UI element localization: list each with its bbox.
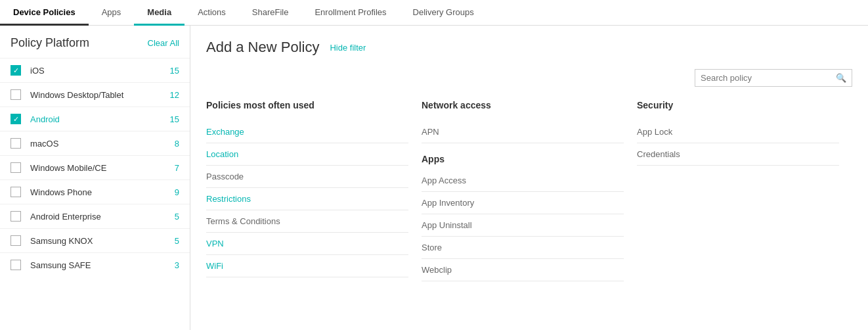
policy-column-0: Policies most often usedExchangeLocation… — [206, 100, 422, 281]
nav-item-apps[interactable]: Apps — [89, 0, 135, 26]
policy-link[interactable]: Webclip — [422, 259, 624, 281]
page-title: Add a New Policy — [206, 39, 319, 56]
clear-all-button[interactable]: Clear All — [148, 38, 179, 48]
platform-count: 15 — [170, 114, 179, 124]
policy-link[interactable]: App Access — [422, 170, 624, 192]
policy-link[interactable]: Credentials — [637, 143, 839, 166]
search-icon[interactable]: 🔍 — [831, 70, 852, 86]
policy-link[interactable]: Restrictions — [206, 188, 408, 210]
platform-count: 5 — [175, 212, 179, 222]
search-container: 🔍 — [206, 69, 852, 87]
policy-link[interactable]: Terms & Conditions — [206, 210, 408, 233]
policy-link[interactable]: APN — [422, 121, 624, 143]
platform-count: 15 — [170, 66, 179, 76]
platform-checkbox[interactable] — [11, 187, 21, 197]
sub-header: Apps — [422, 143, 624, 170]
sidebar-title: Policy Platform — [11, 36, 89, 50]
platform-name: Android — [30, 114, 170, 124]
platform-item[interactable]: Samsung SAFE3 — [0, 252, 190, 277]
platform-checkbox[interactable] — [11, 260, 21, 270]
policy-link[interactable]: App Uninstall — [422, 214, 624, 237]
platform-name: macOS — [30, 139, 175, 149]
platform-count: 5 — [175, 236, 179, 246]
platform-name: Windows Phone — [30, 187, 175, 197]
policy-link[interactable]: WiFi — [206, 255, 408, 277]
platform-count: 7 — [175, 163, 179, 173]
sidebar: Policy Platform Clear All iOS15Windows D… — [0, 26, 190, 330]
platform-item[interactable]: macOS8 — [0, 131, 190, 155]
platform-name: Windows Mobile/CE — [30, 163, 175, 173]
hide-filter-button[interactable]: Hide filter — [330, 43, 366, 53]
nav-item-media[interactable]: Media — [134, 0, 184, 26]
policy-link[interactable]: App Lock — [637, 121, 839, 143]
platform-name: Windows Desktop/Tablet — [30, 90, 170, 100]
platform-item[interactable]: Windows Phone9 — [0, 179, 190, 204]
column-header: Network access — [422, 100, 624, 118]
nav-item-sharefile[interactable]: ShareFile — [239, 0, 302, 26]
platform-checkbox[interactable] — [11, 211, 21, 222]
platform-item[interactable]: Samsung KNOX5 — [0, 228, 190, 252]
platform-name: Android Enterprise — [30, 212, 175, 222]
top-nav: Device PoliciesAppsMediaActionsShareFile… — [0, 0, 868, 26]
policy-column-1: Network accessAPNAppsApp AccessApp Inven… — [422, 100, 637, 281]
policy-column-2: SecurityApp LockCredentials — [637, 100, 852, 281]
platform-checkbox[interactable] — [11, 235, 21, 246]
platform-item[interactable]: Android Enterprise5 — [0, 204, 190, 228]
policy-link[interactable]: Store — [422, 237, 624, 259]
column-header: Policies most often used — [206, 100, 408, 118]
platform-checkbox[interactable] — [11, 65, 21, 76]
platform-count: 9 — [175, 187, 179, 197]
main-content: Add a New Policy Hide filter 🔍 Policies … — [190, 26, 868, 330]
column-header: Security — [637, 100, 839, 118]
platform-checkbox[interactable] — [11, 114, 21, 124]
platform-item[interactable]: Android15 — [0, 106, 190, 131]
platform-count: 8 — [175, 139, 179, 149]
platform-name: iOS — [30, 66, 170, 76]
policy-link[interactable]: App Inventory — [422, 192, 624, 214]
policy-link[interactable]: VPN — [206, 233, 408, 255]
platform-item[interactable]: Windows Desktop/Tablet12 — [0, 82, 190, 106]
platform-count: 3 — [175, 260, 179, 270]
main-layout: Policy Platform Clear All iOS15Windows D… — [0, 26, 868, 330]
platform-name: Samsung SAFE — [30, 260, 175, 270]
nav-item-actions[interactable]: Actions — [184, 0, 239, 26]
policy-link[interactable]: Location — [206, 143, 408, 166]
platform-checkbox[interactable] — [11, 162, 21, 173]
policy-link[interactable]: Passcode — [206, 166, 408, 188]
platform-count: 12 — [170, 90, 179, 100]
platform-checkbox[interactable] — [11, 138, 21, 149]
policy-columns: Policies most often usedExchangeLocation… — [206, 100, 852, 281]
nav-item-delivery-groups[interactable]: Delivery Groups — [400, 0, 487, 26]
search-box: 🔍 — [695, 69, 852, 87]
search-input[interactable] — [695, 70, 831, 86]
platform-checkbox[interactable] — [11, 89, 21, 100]
nav-item-device-policies[interactable]: Device Policies — [0, 0, 89, 26]
platform-item[interactable]: iOS15 — [0, 58, 190, 82]
platform-name: Samsung KNOX — [30, 236, 175, 246]
platform-item[interactable]: Windows Mobile/CE7 — [0, 155, 190, 179]
sidebar-header: Policy Platform Clear All — [0, 36, 190, 58]
policy-link[interactable]: Exchange — [206, 121, 408, 143]
content-header: Add a New Policy Hide filter — [206, 39, 852, 56]
nav-item-enrollment-profiles[interactable]: Enrollment Profiles — [301, 0, 399, 26]
